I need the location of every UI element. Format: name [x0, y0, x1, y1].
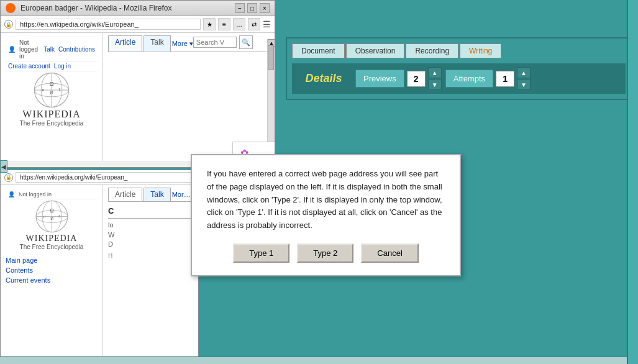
top-panel: Document Observation Recording Writing D… [286, 37, 632, 100]
nav-arrow-left[interactable]: ◀ [0, 160, 7, 173]
attempts-up[interactable]: ▲ [517, 67, 531, 78]
contents-link[interactable]: Contents [6, 265, 98, 275]
previews-counter: Previews 2 ▲ ▼ [355, 67, 442, 90]
user-bar-lower: 👤 Not logged in [6, 190, 98, 199]
wiki-tabs-lower: Article Talk Mor… [108, 188, 193, 202]
dialog-box: If you have entered a correct web page a… [191, 154, 461, 276]
wiki-subtitle-upper: The Free Encyclopedia [20, 120, 84, 127]
wiki-sidebar-upper: 👤 Not logged in Talk Contributions Creat… [1, 33, 103, 161]
wiki-search-button[interactable]: 🔍 [239, 35, 253, 49]
attempts-counter: Attempts 1 ▲ ▼ [445, 67, 531, 90]
menu-button[interactable]: ☰ [263, 19, 271, 29]
reader-mode-button[interactable]: ≡ [218, 18, 230, 30]
browser-titlebar: European badger - Wikipedia - Mozilla Fi… [1, 1, 275, 16]
browser-title: European badger - Wikipedia - Mozilla Fi… [21, 4, 230, 12]
wiki-globe-lower: Ω И μ ξ [35, 199, 69, 234]
wiki-tab-talk[interactable]: Talk [144, 35, 170, 52]
not-logged-upper: Not logged in [19, 39, 40, 60]
details-row: Details Previews 2 ▲ ▼ Attempts 1 ▲ ▼ [292, 63, 626, 94]
svg-text:μ: μ [43, 214, 45, 218]
wiki-logo-lower: Ω И μ ξ WIKIPEDIA The Free Encyclopedia [6, 199, 98, 250]
wiki-subtitle-lower: The Free Encyclopedia [20, 243, 84, 250]
type1-button[interactable]: Type 1 [233, 243, 289, 263]
attempts-count: 1 [496, 71, 514, 87]
wiki-globe-upper: Ω И μ ξ [33, 71, 70, 109]
wiki-body-lower: C loWD H [108, 204, 193, 260]
addr-icons: 🔒 [4, 20, 13, 29]
dialog-buttons: Type 1 Type 2 Cancel [207, 243, 445, 263]
bookmark-button[interactable]: ★ [203, 18, 216, 30]
wiki-title-upper: WIKIPEDIA [22, 109, 80, 120]
wiki-content-upper: 👤 Not logged in Talk Contributions Creat… [1, 33, 275, 161]
tab-recording[interactable]: Recording [406, 43, 458, 58]
wiki-tab-article[interactable]: Article [108, 35, 142, 52]
attempts-down[interactable]: ▼ [517, 79, 531, 90]
wiki-content-lower: 👤 Not logged in Ω И μ ξ WIKIPEDIA The Fr… [1, 185, 198, 361]
current-events-link[interactable]: Current events [6, 275, 98, 285]
wiki-sidebar-lower: 👤 Not logged in Ω И μ ξ WIKIPEDIA The Fr… [1, 185, 103, 361]
wiki-logo-upper: Ω И μ ξ WIKIPEDIA The Free Encyclopedia [6, 71, 98, 127]
previews-label: Previews [355, 70, 404, 88]
not-logged-lower: Not logged in [19, 191, 52, 198]
user-bar-upper: 👤 Not logged in Talk Contributions [6, 38, 98, 61]
cancel-button[interactable]: Cancel [361, 243, 418, 263]
user-bar-links: Create account Log in [6, 61, 98, 71]
maximize-button[interactable]: □ [247, 3, 257, 13]
wiki-tab-talk-lower[interactable]: Talk [144, 188, 170, 201]
more-addr-button[interactable]: … [233, 18, 245, 30]
create-account-link[interactable]: Create account [8, 63, 50, 70]
close-button[interactable]: × [260, 3, 270, 13]
security-icon-lower: 🔒 [4, 173, 13, 182]
svg-text:μ: μ [42, 88, 45, 91]
attempts-spinner[interactable]: ▲ ▼ [517, 67, 531, 90]
svg-text:И: И [50, 89, 53, 95]
tab-document[interactable]: Document [292, 43, 345, 58]
user-icon-lower: 👤 [8, 191, 15, 198]
dialog-message: If you have entered a correct web page a… [207, 168, 445, 232]
previews-spinner[interactable]: ▲ ▼ [428, 67, 442, 90]
url-input-lower[interactable] [16, 172, 194, 183]
log-in-link[interactable]: Log in [54, 63, 71, 70]
scroll-thumb-upper[interactable] [268, 45, 274, 70]
wiki-tabs-upper: Article Talk More ▾ 🔍 [108, 35, 270, 52]
browser-window-upper: European badger - Wikipedia - Mozilla Fi… [0, 0, 275, 168]
wiki-main-lower: Article Talk Mor… C loWD H [103, 185, 198, 361]
address-bar-lower: 🔒 [1, 170, 198, 185]
minimize-button[interactable]: − [235, 3, 245, 13]
wiki-search-input[interactable] [193, 37, 237, 48]
svg-text:Ω: Ω [50, 207, 54, 214]
wiki-article-footer: H [108, 252, 193, 260]
wiki-title-lower: WIKIPEDIA [26, 234, 78, 243]
browser-window-lower: 🔒 👤 Not logged in Ω И μ ξ [0, 170, 199, 364]
attempts-label: Attempts [445, 70, 493, 88]
wiki-article-content: loWD [108, 221, 193, 249]
wiki-nav: Main page Contents Current events [6, 255, 98, 285]
svg-text:Ω: Ω [49, 80, 53, 87]
url-input[interactable] [16, 19, 201, 30]
window-controls: − □ × [235, 3, 270, 13]
previews-down[interactable]: ▼ [428, 79, 442, 90]
main-page-link[interactable]: Main page [6, 255, 98, 265]
previews-up[interactable]: ▲ [428, 67, 442, 78]
sync-button[interactable]: ⇄ [248, 18, 260, 30]
svg-text:И: И [50, 216, 53, 221]
address-bar: 🔒 ★ ≡ … ⇄ ☰ [1, 16, 275, 33]
tabs-row: Document Observation Recording Writing [292, 43, 626, 58]
wiki-more-button[interactable]: More ▾ [172, 35, 193, 52]
tab-observation[interactable]: Observation [346, 43, 405, 58]
bottom-scrollbar[interactable] [0, 357, 638, 364]
type2-button[interactable]: Type 2 [297, 243, 353, 263]
wiki-tab-article-lower[interactable]: Article [108, 188, 142, 201]
talk-link-upper[interactable]: Talk [43, 46, 55, 53]
details-label: Details [296, 70, 352, 88]
contributions-link[interactable]: Contributions [58, 46, 95, 53]
wiki-more-lower[interactable]: Mor… [172, 188, 191, 201]
right-panel [627, 0, 638, 364]
wiki-main-upper: Article Talk More ▾ 🔍 × ✿ ✿ Celebrate In… [103, 33, 275, 161]
svg-text:ξ: ξ [59, 88, 61, 91]
tab-writing[interactable]: Writing [460, 43, 501, 58]
firefox-icon [6, 3, 16, 13]
previews-count: 2 [407, 71, 426, 87]
wiki-search-row: 🔍 [193, 35, 253, 49]
wiki-article-title-lower: C [108, 206, 193, 219]
